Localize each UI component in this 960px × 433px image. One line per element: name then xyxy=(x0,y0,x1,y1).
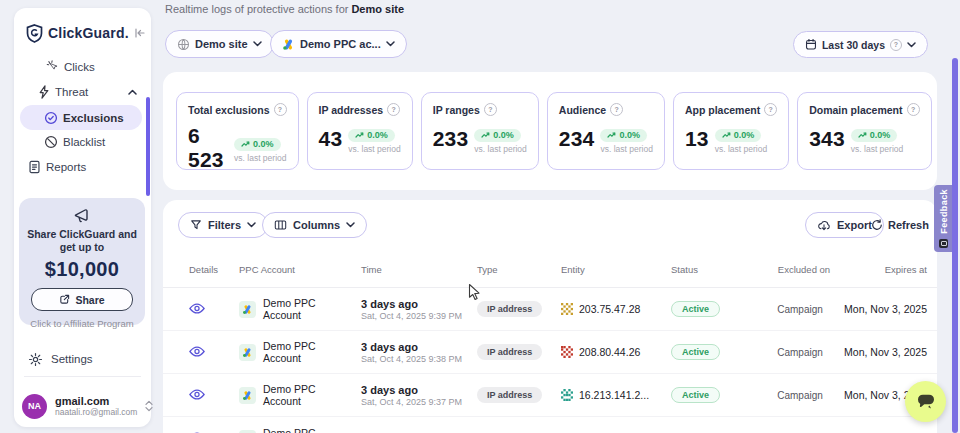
sidebar-item-threat[interactable]: Threat xyxy=(14,79,151,104)
col-header-details: Details xyxy=(177,264,231,275)
status-badge: Active xyxy=(671,387,720,403)
filters-label: Filters xyxy=(208,219,241,231)
affiliate-link[interactable]: Click to Affiliate Program xyxy=(19,318,145,329)
stat-trend: 0.0% vs. last period xyxy=(715,124,767,154)
stat-change: 0.0% xyxy=(253,139,274,149)
expires-at-value: Mon, Nov 3, 2025 xyxy=(837,346,929,358)
page-scrollbar[interactable] xyxy=(952,58,958,433)
sidebar-item-clicks[interactable]: Clicks xyxy=(14,54,151,79)
megaphone-icon xyxy=(19,207,145,225)
sidebar: ClickGuard. Clicks Threat Exclusio xyxy=(14,8,151,427)
entity-value: 208.80.44.26 xyxy=(579,346,640,358)
stat-trend: 0.0% vs. last period xyxy=(600,124,652,154)
refresh-label: Refresh xyxy=(888,219,929,231)
lightning-icon xyxy=(38,85,50,99)
date-range-selector[interactable]: Last 30 days ? xyxy=(793,31,928,58)
stat-app-placement: App placement? 13 0.0% vs. last period xyxy=(673,92,789,170)
settings-label: Settings xyxy=(51,353,93,365)
sidebar-item-blacklist[interactable]: Blacklist xyxy=(14,129,151,154)
google-ads-icon xyxy=(239,387,256,404)
share-button-label: Share xyxy=(75,294,104,306)
stat-total-exclusions: Total exclusions? 6 523 0.0% vs. last pe… xyxy=(176,92,299,170)
stat-value: 13 xyxy=(685,127,709,151)
status-badge: Active xyxy=(671,344,720,360)
help-icon[interactable]: ? xyxy=(484,103,497,116)
stat-value: 234 xyxy=(559,127,595,151)
trend-up-icon xyxy=(722,132,731,138)
trend-up-icon xyxy=(858,132,867,138)
stat-value: 233 xyxy=(433,127,469,151)
trend-up-icon xyxy=(355,132,364,138)
details-eye-button[interactable] xyxy=(189,346,205,357)
chevron-down-icon xyxy=(253,41,262,47)
trend-up-icon xyxy=(607,132,616,138)
ppc-account-name: Demo PPC Account xyxy=(263,297,353,321)
type-badge: IP address xyxy=(477,344,542,360)
prohibited-icon xyxy=(44,135,58,149)
chevron-down-icon xyxy=(907,42,916,48)
site-selector-value: Demo site xyxy=(195,38,248,50)
help-icon[interactable]: ? xyxy=(387,103,400,116)
feedback-tab[interactable]: Feedback xyxy=(934,185,953,252)
stat-trend: 0.0% vs. last period xyxy=(474,124,526,154)
subtitle-site: Demo site xyxy=(351,3,404,15)
col-header-excluded-on: Excluded on xyxy=(763,264,837,275)
share-button[interactable]: Share xyxy=(31,288,133,311)
refresh-button[interactable]: Refresh xyxy=(871,212,929,238)
date-range-value: Last 30 days xyxy=(822,39,885,51)
details-eye-button[interactable] xyxy=(189,389,205,400)
columns-button[interactable]: Columns xyxy=(262,212,367,238)
check-circle-icon xyxy=(44,111,58,125)
cloud-download-icon xyxy=(817,219,831,231)
stat-value: 43 xyxy=(319,127,343,151)
gear-icon xyxy=(28,352,43,367)
time-absolute: Sat, Oct 4, 2025 9:38 PM xyxy=(361,354,469,364)
excluded-on-value: Campaign xyxy=(763,390,837,401)
feedback-icon xyxy=(939,239,948,248)
account-switcher[interactable]: NA gmail.com naatali.ro@gmail.com xyxy=(22,389,147,423)
details-eye-button[interactable] xyxy=(189,303,205,314)
sidebar-item-label: Reports xyxy=(46,161,86,173)
shield-logo-icon xyxy=(26,24,43,43)
help-icon[interactable]: ? xyxy=(907,103,920,116)
sidebar-scrollbar[interactable] xyxy=(146,97,150,196)
table-row: Demo PPC Account 3 days ago xyxy=(163,417,937,433)
collapse-sidebar-icon[interactable] xyxy=(134,28,146,38)
stat-audience: Audience? 234 0.0% vs. last period xyxy=(547,92,665,170)
feedback-label: Feedback xyxy=(939,189,949,234)
logo-text: ClickGuard. xyxy=(48,25,129,41)
sidebar-item-exclusions[interactable]: Exclusions xyxy=(20,105,142,130)
excluded-on-value: Campaign xyxy=(763,304,837,315)
chat-launcher-button[interactable] xyxy=(905,381,946,422)
help-icon[interactable]: ? xyxy=(764,103,777,116)
site-selector[interactable]: Demo site xyxy=(165,30,274,58)
stat-label: IP ranges xyxy=(433,104,480,116)
col-header-time: Time xyxy=(353,264,469,275)
chat-bubble-icon xyxy=(916,393,936,410)
help-icon[interactable]: ? xyxy=(610,103,623,116)
stat-compare: vs. last period xyxy=(348,144,400,154)
filters-button[interactable]: Filters xyxy=(178,212,268,238)
expires-at-value: Mon, Nov 3, 2025 xyxy=(837,303,929,315)
promo-text-line1: Share ClickGuard and xyxy=(19,228,145,241)
stat-trend: 0.0% vs. last period xyxy=(851,124,903,154)
stat-compare: vs. last period xyxy=(715,144,767,154)
sidebar-item-reports[interactable]: Reports xyxy=(14,154,151,179)
avatar: NA xyxy=(22,394,47,419)
sidebar-item-label: Blacklist xyxy=(63,136,105,148)
table-header-row: Details PPC Account Time Type Entity Sta… xyxy=(163,252,937,288)
filter-funnel-icon xyxy=(190,219,202,231)
sidebar-item-label: Threat xyxy=(55,86,88,98)
chevron-up-icon xyxy=(128,89,137,95)
select-caret-icon xyxy=(145,400,153,412)
excluded-on-value: Campaign xyxy=(763,347,837,358)
trend-up-icon xyxy=(241,141,250,147)
col-header-ppc-account: PPC Account xyxy=(231,264,353,275)
help-icon[interactable]: ? xyxy=(274,103,287,116)
stat-trend: 0.0% vs. last period xyxy=(348,124,400,154)
ppc-account-name: Demo PPC Account xyxy=(263,427,353,433)
sidebar-item-settings[interactable]: Settings xyxy=(28,348,93,370)
help-icon[interactable]: ? xyxy=(890,39,902,51)
account-email: naatali.ro@gmail.com xyxy=(55,407,137,418)
ppc-account-selector[interactable]: Demo PPC ac... xyxy=(270,30,407,58)
